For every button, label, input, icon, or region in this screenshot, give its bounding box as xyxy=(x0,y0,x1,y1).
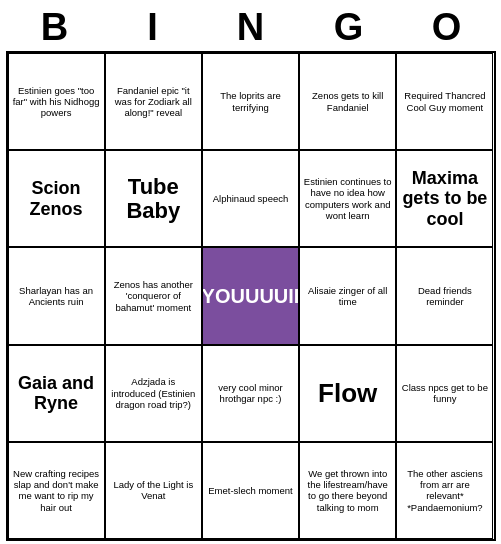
table-row: The loprits are terrifying xyxy=(202,53,299,150)
table-row: Estinien continues to have no idea how c… xyxy=(299,150,396,247)
table-row: New crafting recipes slap and don't make… xyxy=(8,442,105,539)
table-row: The other asciens from arr are relevant*… xyxy=(396,442,493,539)
table-row: Estinien goes "too far" with his Nidhogg… xyxy=(8,53,105,150)
title-i: I xyxy=(108,6,198,49)
bingo-grid: Estinien goes "too far" with his Nidhogg… xyxy=(6,51,496,541)
table-row: Scion Zenos xyxy=(8,150,105,247)
title-g: G xyxy=(304,6,394,49)
title-b: B xyxy=(10,6,100,49)
title-o: O xyxy=(402,6,492,49)
table-row: Lady of the Light is Venat xyxy=(105,442,202,539)
table-row: Class npcs get to be funny xyxy=(396,345,493,442)
table-row: Adzjada is introduced (Estinien dragon r… xyxy=(105,345,202,442)
table-row: Maxima gets to be cool xyxy=(396,150,493,247)
table-row: We get thrown into the lifestream/have t… xyxy=(299,442,396,539)
table-row: Tube Baby xyxy=(105,150,202,247)
table-row: Dead friends reminder xyxy=(396,247,493,344)
table-row: YOUUUUII xyxy=(202,247,299,344)
bingo-title: B I N G O xyxy=(6,0,496,51)
table-row: Sharlayan has an Ancients ruin xyxy=(8,247,105,344)
table-row: very cool minor hrothgar npc :) xyxy=(202,345,299,442)
table-row: Fandaniel epic "it was for Zodiark all a… xyxy=(105,53,202,150)
title-n: N xyxy=(206,6,296,49)
table-row: Alphinaud speech xyxy=(202,150,299,247)
table-row: Required Thancred Cool Guy moment xyxy=(396,53,493,150)
table-row: Zenos gets to kill Fandaniel xyxy=(299,53,396,150)
table-row: Zenos has another 'conqueror of bahamut'… xyxy=(105,247,202,344)
table-row: Flow xyxy=(299,345,396,442)
table-row: Alisaie zinger of all time xyxy=(299,247,396,344)
table-row: Emet-slech moment xyxy=(202,442,299,539)
table-row: Gaia and Ryne xyxy=(8,345,105,442)
